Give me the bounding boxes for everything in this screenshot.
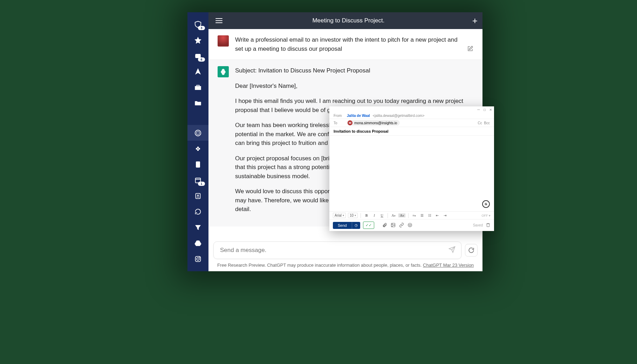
send-dropdown[interactable]: ◷ xyxy=(352,222,360,229)
conversation-title: Meeting to Discuss Project. xyxy=(225,17,472,24)
instagram-icon xyxy=(194,255,202,263)
image-button[interactable] xyxy=(390,223,396,228)
bullet-list-button[interactable]: ☰ xyxy=(419,214,425,217)
sidebar-folder[interactable] xyxy=(187,95,208,111)
input-area xyxy=(208,238,482,261)
svg-point-3 xyxy=(195,130,201,136)
svg-rect-4 xyxy=(196,161,200,167)
compose-body[interactable]: G xyxy=(329,136,494,211)
folder-icon xyxy=(194,99,202,107)
svg-rect-2 xyxy=(197,85,199,86)
link-button[interactable] xyxy=(399,223,404,228)
star-icon xyxy=(194,36,202,44)
toolbox-icon xyxy=(194,84,202,91)
indent-button[interactable]: ⇥ xyxy=(442,214,448,217)
cc-button[interactable]: Cc xyxy=(478,121,482,125)
user-message: Write a professional email to an investo… xyxy=(208,29,482,60)
attach-button[interactable] xyxy=(382,223,388,228)
filter-icon xyxy=(194,224,202,231)
highlight-button[interactable]: A▾ xyxy=(398,214,405,217)
topbar: Meeting to Discuss Project. + xyxy=(208,12,482,29)
underline-button[interactable]: U xyxy=(379,214,385,217)
compose-window: — ☐ ✕ From Jalita de Waal <jalita.dewaal… xyxy=(329,106,494,231)
window-controls: — ☐ ✕ xyxy=(329,106,494,113)
regenerate-button[interactable] xyxy=(465,244,478,257)
bold-button[interactable]: B xyxy=(364,214,369,217)
svg-point-11 xyxy=(199,257,200,258)
svg-point-10 xyxy=(197,258,199,260)
sidebar-calendar[interactable]: 1 xyxy=(187,172,208,188)
to-row: To M mona.simmons@insights.io Cc Bcc xyxy=(329,119,494,127)
emoji-button[interactable] xyxy=(407,223,413,228)
user-avatar xyxy=(218,35,229,47)
svg-point-14 xyxy=(408,223,412,227)
bcc-button[interactable]: Bcc xyxy=(484,121,490,125)
from-name: Jalita de Waal xyxy=(347,114,370,118)
chat-input[interactable] xyxy=(219,246,448,254)
chat-input-container xyxy=(213,241,461,259)
sidebar-inbox[interactable]: 3 xyxy=(187,16,208,32)
sidebar-slack[interactable] xyxy=(187,141,208,156)
sidebar-filter[interactable] xyxy=(187,219,208,235)
slack-icon xyxy=(194,145,202,153)
read-receipt-button[interactable]: ✓✓ xyxy=(363,222,374,229)
recipient-chip[interactable]: M mona.simmons@insights.io xyxy=(347,120,400,126)
font-size-select[interactable]: 10 xyxy=(348,213,358,218)
number-list-button[interactable]: ☷ xyxy=(427,214,432,217)
recipient-email: mona.simmons@insights.io xyxy=(354,121,397,125)
svg-point-8 xyxy=(197,195,199,196)
sidebar-contacts[interactable] xyxy=(187,188,208,204)
sidebar-send[interactable] xyxy=(187,64,208,79)
text-color-button[interactable]: A▾ xyxy=(391,214,396,217)
from-email: <jalita.dewaal@getmailbird.com> xyxy=(373,114,424,118)
footer-text: Free Research Preview. ChatGPT may produ… xyxy=(217,262,423,268)
sidebar-attachments[interactable]: 6 xyxy=(187,48,208,64)
grammarly-icon[interactable]: G xyxy=(482,200,490,208)
sidebar-refresh[interactable] xyxy=(187,204,208,219)
send-button[interactable]: Send xyxy=(333,222,352,229)
svg-rect-17 xyxy=(487,224,489,226)
footer-disclaimer: Free Research Preview. ChatGPT may produ… xyxy=(208,261,482,271)
menu-button[interactable] xyxy=(213,16,225,25)
subject-field[interactable]: Invitation to discuss Proposal xyxy=(329,127,494,136)
document-icon xyxy=(194,161,202,168)
new-chat-button[interactable]: + xyxy=(472,15,478,26)
contacts-icon xyxy=(194,192,202,200)
user-message-text: Write a professional email to an investo… xyxy=(235,35,461,53)
to-label: To xyxy=(334,121,344,125)
svg-point-13 xyxy=(392,224,392,224)
calendar-badge: 1 xyxy=(198,182,205,186)
close-button[interactable]: ✕ xyxy=(489,107,492,112)
edit-message-button[interactable] xyxy=(467,46,473,53)
sidebar-starred[interactable] xyxy=(187,32,208,48)
sidebar-drive[interactable] xyxy=(187,235,208,251)
send-icon xyxy=(194,68,202,76)
svg-point-15 xyxy=(409,224,409,225)
assistant-avatar xyxy=(218,66,229,77)
sidebar-instagram[interactable] xyxy=(187,251,208,267)
compose-actions: Send ◷ ✓✓ Saved xyxy=(329,219,494,231)
outdent-button[interactable]: ⇤ xyxy=(434,214,440,217)
tracking-toggle[interactable]: OFF ▾ xyxy=(481,214,491,217)
send-message-button[interactable] xyxy=(448,246,456,254)
assistant-paragraph: Dear [Investor's Name], xyxy=(235,82,473,91)
minimize-button[interactable]: — xyxy=(477,107,480,112)
align-button[interactable]: ≡▾ xyxy=(411,214,417,217)
format-toolbar: Arial 10 B I U A▾ A▾ ≡▾ ☰ ☷ ⇤ ⇥ OFF ▾ xyxy=(329,211,494,219)
sidebar-toolbox[interactable] xyxy=(187,79,208,95)
from-row: From Jalita de Waal <jalita.dewaal@getma… xyxy=(329,113,494,119)
svg-point-16 xyxy=(410,224,411,225)
sidebar-document[interactable] xyxy=(187,156,208,172)
recipient-avatar: M xyxy=(348,120,352,125)
italic-button[interactable]: I xyxy=(371,214,377,217)
saved-indicator: Saved xyxy=(473,223,483,227)
from-label: From xyxy=(334,114,344,118)
version-link[interactable]: ChatGPT Mar 23 Version xyxy=(423,262,474,268)
sidebar: 3 6 1 xyxy=(187,12,208,271)
discard-button[interactable] xyxy=(486,223,491,228)
assistant-paragraph: Subject: Invitation to Discuss New Proje… xyxy=(235,66,473,75)
font-family-select[interactable]: Arial xyxy=(333,213,346,218)
sidebar-chatgpt[interactable] xyxy=(187,125,208,141)
refresh-icon xyxy=(194,208,202,216)
maximize-button[interactable]: ☐ xyxy=(484,107,486,112)
